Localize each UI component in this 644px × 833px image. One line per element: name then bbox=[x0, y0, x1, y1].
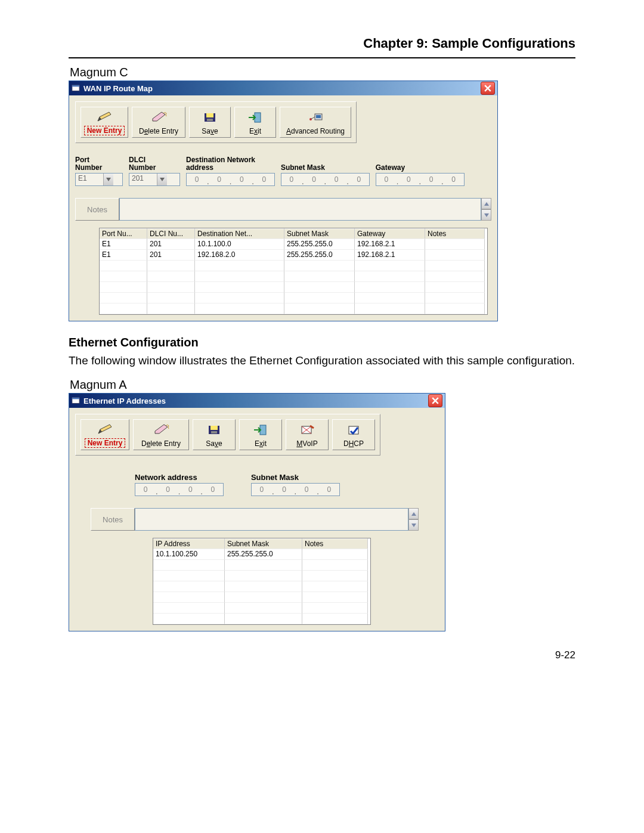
table-cell: 192.168.2.1 bbox=[355, 250, 425, 261]
table-cell: E1 bbox=[100, 250, 147, 261]
table-row-empty bbox=[153, 592, 370, 603]
titlebar[interactable]: WAN IP Route Map bbox=[69, 81, 497, 95]
close-icon bbox=[432, 397, 439, 404]
subnet-mask-input[interactable]: 0. 0. 0. 0 bbox=[251, 483, 340, 496]
table-row-empty bbox=[153, 571, 370, 581]
table-cell: 10.1.100.0 bbox=[195, 239, 284, 250]
table-cell: 192.168.2.0 bbox=[195, 250, 284, 261]
column-header[interactable]: Subnet Mask bbox=[225, 538, 302, 549]
close-button[interactable] bbox=[481, 82, 495, 95]
table-cell bbox=[302, 549, 368, 560]
window-title: WAN IP Route Map bbox=[83, 84, 481, 93]
column-header[interactable]: Notes bbox=[302, 538, 368, 549]
caption-magnum-c: Magnum C bbox=[70, 66, 575, 79]
chevron-down-icon bbox=[411, 524, 416, 527]
column-header[interactable]: Subnet Mask bbox=[284, 228, 355, 239]
table-cell: 255.255.255.0 bbox=[284, 239, 355, 250]
svg-rect-13 bbox=[211, 431, 217, 433]
column-header[interactable]: Destination Net... bbox=[195, 228, 284, 239]
column-header[interactable]: Gateway bbox=[355, 228, 425, 239]
port-number-label: PortNumber bbox=[75, 156, 123, 172]
route-table[interactable]: Port Nu...DLCI Nu...Destination Net...Su… bbox=[99, 228, 488, 315]
notes-button[interactable]: Notes bbox=[91, 508, 135, 531]
table-cell: 255.255.255.0 bbox=[225, 549, 302, 560]
dlci-number-label: DLCINumber bbox=[129, 156, 180, 172]
dhcp-button[interactable]: DHCP bbox=[332, 419, 375, 450]
titlebar[interactable]: Ethernet IP Addresses bbox=[69, 394, 445, 408]
chevron-up-icon bbox=[484, 202, 489, 206]
table-row-empty bbox=[100, 293, 487, 304]
delete-entry-button[interactable]: Delete Entry bbox=[132, 107, 185, 138]
table-cell: 255.255.255.0 bbox=[284, 250, 355, 261]
exit-button[interactable]: Exit bbox=[239, 419, 282, 450]
table-cell: 201 bbox=[147, 250, 195, 261]
chevron-down-icon bbox=[484, 213, 489, 217]
table-row-empty bbox=[100, 261, 487, 271]
mvoip-button[interactable]: MVoIP bbox=[286, 419, 329, 450]
column-header[interactable]: Port Nu... bbox=[100, 228, 147, 239]
new-entry-button[interactable]: New Entry bbox=[80, 419, 129, 450]
svg-rect-12 bbox=[210, 426, 218, 430]
wan-ip-route-map-window: WAN IP Route Map New Entry bbox=[69, 80, 498, 321]
table-cell: 201 bbox=[147, 239, 195, 250]
table-row-empty bbox=[153, 560, 370, 571]
save-button[interactable]: Save bbox=[193, 419, 236, 450]
advanced-routing-icon bbox=[306, 107, 324, 127]
network-address-input[interactable]: 0. 0. 0. 0 bbox=[135, 483, 224, 496]
ethernet-config-heading: Ethernet Configuration bbox=[69, 336, 575, 349]
dhcp-icon bbox=[346, 420, 361, 439]
exit-button[interactable]: Exit bbox=[234, 107, 276, 138]
table-row[interactable]: 10.1.100.250255.255.255.0 bbox=[153, 549, 370, 560]
column-header[interactable]: IP Address bbox=[153, 538, 225, 549]
subnet-mask-label: Subnet Mask bbox=[281, 164, 370, 172]
table-row[interactable]: E1201192.168.2.0255.255.255.0192.168.2.1 bbox=[100, 250, 487, 261]
ethernet-ip-addresses-window: Ethernet IP Addresses New Entry bbox=[69, 393, 445, 631]
table-row-empty bbox=[100, 271, 487, 282]
window-icon bbox=[72, 397, 80, 405]
window-title: Ethernet IP Addresses bbox=[83, 397, 428, 405]
save-icon bbox=[207, 420, 221, 439]
table-row-empty bbox=[153, 581, 370, 592]
notes-textarea[interactable] bbox=[119, 198, 481, 221]
delete-entry-button[interactable]: Delete Entry bbox=[133, 419, 189, 450]
table-cell: 192.168.2.1 bbox=[355, 239, 425, 250]
divider bbox=[69, 57, 575, 58]
advanced-routing-button[interactable]: Advanced Routing bbox=[280, 107, 351, 138]
toolbar-panel: New Entry Delete Entry Save bbox=[75, 101, 357, 143]
gateway-label: Gateway bbox=[376, 164, 465, 172]
table-row-empty bbox=[153, 614, 370, 624]
eraser-icon bbox=[150, 107, 168, 127]
destination-network-label: Destination Networkaddress bbox=[186, 156, 275, 172]
chevron-down-icon bbox=[103, 174, 113, 185]
save-icon bbox=[203, 107, 217, 127]
table-row-empty bbox=[100, 282, 487, 293]
table-cell: E1 bbox=[100, 239, 147, 250]
port-number-dropdown[interactable]: E1 bbox=[75, 173, 123, 186]
network-address-label: Network address bbox=[135, 473, 224, 482]
destination-ip-input[interactable]: 0. 0. 0. 0 bbox=[186, 173, 275, 186]
svg-rect-7 bbox=[316, 115, 321, 118]
table-cell bbox=[425, 239, 485, 250]
eraser-icon bbox=[152, 420, 170, 439]
notes-scrollbar[interactable] bbox=[408, 508, 419, 531]
chevron-down-icon bbox=[157, 174, 167, 185]
subnet-mask-input[interactable]: 0. 0. 0. 0 bbox=[281, 173, 370, 186]
column-header[interactable]: DLCI Nu... bbox=[147, 228, 195, 239]
chevron-up-icon bbox=[411, 512, 416, 516]
close-button[interactable] bbox=[428, 394, 442, 407]
table-row-empty bbox=[153, 603, 370, 614]
notes-scrollbar[interactable] bbox=[481, 198, 491, 221]
notes-button[interactable]: Notes bbox=[75, 198, 119, 221]
table-cell bbox=[425, 250, 485, 261]
column-header[interactable]: Notes bbox=[425, 228, 485, 239]
save-button[interactable]: Save bbox=[189, 107, 231, 138]
ip-address-table[interactable]: IP AddressSubnet MaskNotes10.1.100.25025… bbox=[153, 538, 371, 625]
exit-icon bbox=[253, 420, 268, 439]
svg-rect-10 bbox=[72, 398, 79, 400]
dlci-number-dropdown[interactable]: 201 bbox=[129, 173, 180, 186]
new-entry-button[interactable]: New Entry bbox=[80, 107, 128, 138]
new-entry-label: New Entry bbox=[85, 438, 126, 448]
notes-textarea[interactable] bbox=[135, 508, 408, 531]
gateway-input[interactable]: 0. 0. 0. 0 bbox=[376, 173, 465, 186]
table-row[interactable]: E120110.1.100.0255.255.255.0192.168.2.1 bbox=[100, 239, 487, 250]
